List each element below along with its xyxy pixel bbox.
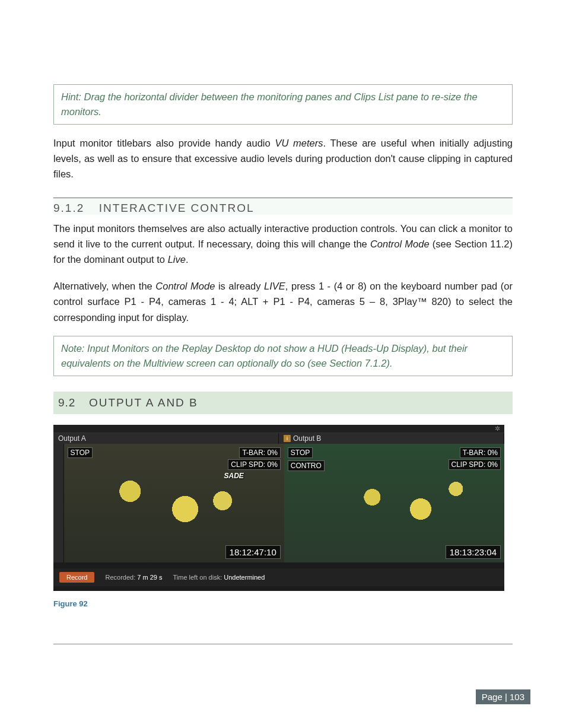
- info-icon: i: [284, 435, 291, 442]
- output-titlebar: Output A i Output B: [53, 433, 504, 444]
- section-heading-9-1-2: 9.1.2 INTERACTIVE CONTROL: [53, 198, 513, 215]
- timeleft-label: Time left on disk:: [173, 574, 224, 581]
- text-run: is already: [215, 281, 264, 291]
- output-a-monitor[interactable]: STOP T-BAR: 0% CLIP SPD: 0% SADE 18:12:4…: [64, 444, 284, 562]
- timecode-a: 18:12:47:10: [225, 545, 281, 559]
- section-title: INTERACTIVE CONTROL: [99, 202, 255, 215]
- output-b-title-segment: i Output B: [279, 433, 504, 444]
- section-number: 9.2: [58, 396, 75, 409]
- stop-tag: STOP: [288, 447, 313, 458]
- gear-icon: ✲: [495, 425, 502, 432]
- text-run: Alternatively, when the: [53, 281, 155, 291]
- live-term: Live: [168, 254, 186, 265]
- timeleft-value: Undetermined: [224, 574, 265, 581]
- paragraph-vu-meters: Input monitor titlebars also provide han…: [53, 135, 513, 182]
- text-run: .: [186, 254, 189, 265]
- text-run: Input monitor titlebars also provide han…: [53, 138, 275, 148]
- footer-rule: [53, 644, 513, 644]
- output-a-title-segment: Output A: [53, 433, 279, 444]
- recorded-label: Recorded:: [105, 574, 137, 581]
- control-mode-term: Control Mode: [370, 239, 430, 249]
- hint-text: Hint: Drag the horizontal divider betwee…: [61, 91, 478, 117]
- paragraph-interactive-2: Alternatively, when the Control Mode is …: [53, 278, 513, 325]
- timecode-b: 18:13:23:04: [446, 545, 501, 559]
- output-b-label: Output B: [293, 434, 321, 443]
- monitor-row: STOP T-BAR: 0% CLIP SPD: 0% SADE 18:12:4…: [53, 444, 504, 562]
- contro-tag: CONTRO: [288, 460, 325, 471]
- record-button[interactable]: Record: [59, 572, 94, 583]
- record-status-bar: Record Recorded: 7 m 29 s Time left on d…: [53, 568, 504, 586]
- clip-speed-tag: CLIP SPD: 0%: [449, 459, 501, 470]
- note-text: Note: Input Monitors on the Replay Deskt…: [61, 343, 468, 368]
- tbar-tag: T-BAR: 0%: [239, 447, 280, 458]
- hint-box: Hint: Drag the horizontal divider betwee…: [53, 84, 513, 125]
- page-number-badge: Page | 103: [476, 689, 530, 704]
- vu-meters-term: VU meters: [275, 138, 323, 148]
- section-title: OUTPUT A AND B: [89, 396, 198, 409]
- live-term: LIVE: [264, 281, 285, 291]
- sade-overlay: SADE: [221, 471, 246, 481]
- output-screenshot: ✲ Output A i Output B STOP T-BAR: 0% CLI…: [53, 425, 504, 591]
- output-a-label: Output A: [58, 434, 86, 443]
- left-side-strip: [53, 444, 64, 562]
- figure-label: Figure 92: [53, 599, 513, 608]
- recorded-group: Recorded: 7 m 29 s: [105, 574, 162, 581]
- section-number: 9.1.2: [53, 202, 84, 215]
- note-box: Note: Input Monitors on the Replay Deskt…: [53, 336, 513, 376]
- control-mode-term: Control Mode: [155, 281, 215, 291]
- section-heading-9-2: 9.2 OUTPUT A AND B: [53, 392, 513, 414]
- stop-tag: STOP: [68, 447, 93, 458]
- tbar-tag: T-BAR: 0%: [460, 447, 501, 458]
- clip-speed-tag: CLIP SPD: 0%: [228, 459, 280, 470]
- timeleft-group: Time left on disk: Undetermined: [173, 574, 265, 581]
- recorded-value: 7 m 29 s: [137, 574, 162, 581]
- output-b-monitor[interactable]: STOP CONTRO T-BAR: 0% CLIP SPD: 0% 18:13…: [284, 444, 504, 562]
- paragraph-interactive-1: The input monitors themselves are also a…: [53, 221, 513, 268]
- screenshot-top-edge: ✲: [53, 425, 504, 433]
